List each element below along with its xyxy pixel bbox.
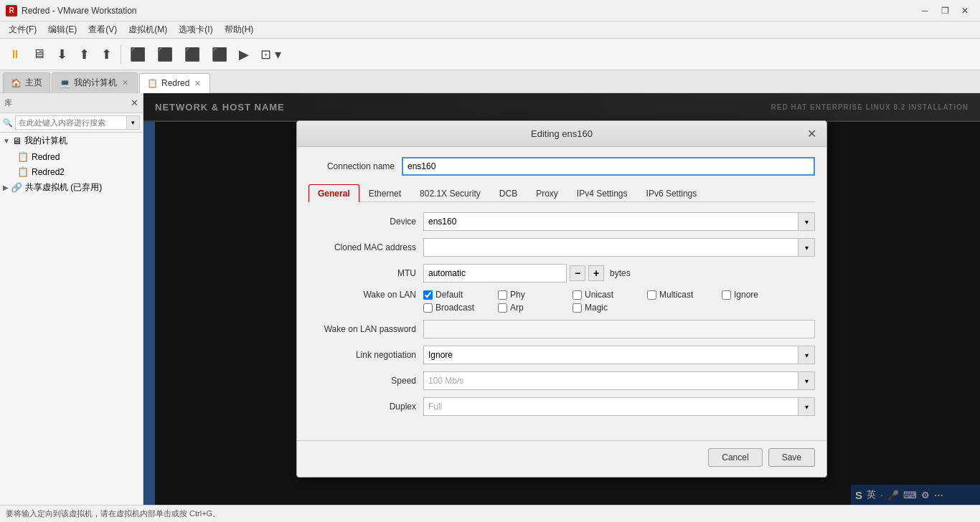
mtu-input[interactable] <box>423 264 567 283</box>
folder-icon: 🖥 <box>12 136 22 146</box>
mtu-controls: − + bytes <box>423 264 631 283</box>
toolbar-btn10[interactable]: ▶ <box>234 42 254 67</box>
link-negotiation-dropdown: Ignore ▾ <box>423 346 815 364</box>
dialog-tab-general[interactable]: General <box>308 184 359 202</box>
dialog-footer: Cancel Save <box>297 440 826 477</box>
menu-file[interactable]: 文件(F) <box>3 22 42 37</box>
dialog-title: Editing ens160 <box>320 128 804 139</box>
toolbar: ⏸ 🖥 ⬇ ⬆ ⬆ ⬛ ⬛ ⬛ ⬛ ▶ ⊡ ▾ <box>0 39 980 70</box>
cloned-mac-label: Cloned MAC address <box>308 242 423 252</box>
tree-item-mycomputer[interactable]: ▼ 🖥 我的计算机 <box>0 133 143 149</box>
sidebar-header: 库 ✕ <box>0 93 143 113</box>
minimize-button[interactable]: ─ <box>915 4 934 18</box>
sidebar-search-dropdown[interactable]: ▾ <box>127 115 140 130</box>
menu-edit[interactable]: 编辑(E) <box>42 22 83 37</box>
toolbar-btn11[interactable]: ⊡ ▾ <box>255 42 286 67</box>
wol-unicast: Unicast <box>573 290 644 300</box>
mtu-plus-btn[interactable]: + <box>588 265 604 281</box>
mtu-row: MTU − + bytes <box>308 264 815 283</box>
main-area: 库 ✕ 🔍 ▾ ▼ 🖥 我的计算机 📋 Redred 📋 Redred2 <box>0 93 980 505</box>
wol-ignore-checkbox[interactable] <box>722 290 731 300</box>
wol-default-checkbox[interactable] <box>423 290 433 300</box>
connection-name-row: Connection name <box>308 157 815 176</box>
toolbar-sep1 <box>121 44 121 65</box>
dialog-tab-proxy[interactable]: Proxy <box>527 184 567 202</box>
tab-redred-close[interactable]: ✕ <box>193 78 202 89</box>
toolbar-btn9[interactable]: ⬛ <box>207 42 232 67</box>
wol-multicast-checkbox[interactable] <box>647 290 656 300</box>
save-button[interactable]: Save <box>768 448 815 467</box>
tree-item-shared[interactable]: ▶ 🔗 共享虚拟机 (已弃用) <box>0 179 143 196</box>
sidebar-search-icon: 🔍 <box>3 118 13 128</box>
tree-item-redred[interactable]: 📋 Redred <box>0 149 143 164</box>
redred-tab-icon: 📋 <box>147 78 158 88</box>
cancel-button[interactable]: Cancel <box>708 448 762 467</box>
toolbar-btn7[interactable]: ⬛ <box>152 42 178 67</box>
tree-item-redred2[interactable]: 📋 Redred2 <box>0 164 143 179</box>
menu-help[interactable]: 帮助(H) <box>219 22 260 37</box>
wol-broadcast-checkbox[interactable] <box>423 303 433 313</box>
tab-mycomputer[interactable]: 💻 我的计算机 ✕ <box>52 72 138 92</box>
dialog-close-button[interactable]: ✕ <box>804 126 819 142</box>
mtu-label: MTU <box>308 268 423 278</box>
connection-name-label: Connection name <box>308 161 402 171</box>
vm-redred2-icon: 📋 <box>17 166 29 177</box>
connection-name-input[interactable] <box>402 157 815 176</box>
toolbar-pause-btn[interactable]: ⏸ <box>4 42 26 67</box>
menu-vm[interactable]: 虚拟机(M) <box>123 22 173 37</box>
toolbar-btn2[interactable]: 🖥 <box>27 42 50 67</box>
wol-password-input[interactable] <box>423 320 815 338</box>
device-label: Device <box>308 217 423 227</box>
link-negotiation-row: Link negotiation Ignore ▾ <box>308 346 815 364</box>
toolbar-btn6[interactable]: ⬛ <box>125 42 151 67</box>
dialog-tab-ipv6[interactable]: IPv6 Settings <box>637 184 707 202</box>
dialog-tab-ipv4[interactable]: IPv4 Settings <box>567 184 637 202</box>
dialog-body: Connection name General Ethernet 802.1X … <box>297 147 826 433</box>
wol-arp-checkbox[interactable] <box>498 303 507 313</box>
wol-broadcast: Broadcast <box>423 303 495 313</box>
sidebar-close-icon[interactable]: ✕ <box>131 98 138 108</box>
wol-multicast: Multicast <box>647 290 719 300</box>
mtu-minus-btn[interactable]: − <box>570 265 585 281</box>
wake-on-lan-row: Wake on LAN Default Phy <box>308 290 815 313</box>
expand-icon-shared: ▶ <box>3 184 9 191</box>
link-negotiation-dropdown-arrow[interactable]: ▾ <box>798 346 815 364</box>
dialog-tab-8021x[interactable]: 802.1X Security <box>410 184 490 202</box>
toolbar-btn5[interactable]: ⬆ <box>96 42 117 67</box>
mtu-unit-label: bytes <box>610 268 631 278</box>
home-icon: 🏠 <box>11 78 22 88</box>
dialog-tab-dcb[interactable]: DCB <box>490 184 527 202</box>
speed-value: 100 Mb/s <box>423 371 798 390</box>
maximize-button[interactable]: ❐ <box>936 4 954 18</box>
toolbar-btn4[interactable]: ⬆ <box>74 42 95 67</box>
duplex-dropdown-arrow[interactable]: ▾ <box>798 397 815 416</box>
menu-tabs[interactable]: 选项卡(I) <box>173 22 218 37</box>
dialog-tabs: General Ethernet 802.1X Security DCB Pro… <box>308 184 815 202</box>
cloned-mac-dropdown-arrow[interactable]: ▾ <box>798 238 815 257</box>
toolbar-btn3[interactable]: ⬇ <box>52 42 72 67</box>
tab-home[interactable]: 🏠 主页 <box>3 72 50 92</box>
device-dropdown-arrow[interactable]: ▾ <box>798 212 815 231</box>
link-negotiation-label: Link negotiation <box>308 350 423 360</box>
wol-magic-checkbox[interactable] <box>573 303 582 313</box>
statusbar: 要将输入定向到该虚拟机，请在虚拟机内部单击或按 Ctrl+G。 S 英 · 🎤 … <box>0 505 980 522</box>
menu-view[interactable]: 查看(V) <box>83 22 123 37</box>
wol-phy-checkbox[interactable] <box>498 290 507 300</box>
toolbar-btn8[interactable]: ⬛ <box>179 42 205 67</box>
app-title: Redred - VMware Workstation <box>22 6 915 16</box>
sidebar-tree: ▼ 🖥 我的计算机 📋 Redred 📋 Redred2 ▶ 🔗 共享虚拟机 (… <box>0 133 143 196</box>
tree-label-redred: Redred <box>32 152 60 162</box>
dialog-tab-ethernet[interactable]: Ethernet <box>359 184 410 202</box>
sidebar-search-input[interactable] <box>15 115 127 130</box>
speed-dropdown-arrow[interactable]: ▾ <box>798 371 815 390</box>
tab-mycomputer-close[interactable]: ✕ <box>121 77 130 88</box>
tab-redred[interactable]: 📋 Redred ✕ <box>139 73 210 93</box>
dialog-overlay: Editing ens160 ✕ Connection name General… <box>143 93 980 505</box>
wol-unicast-checkbox[interactable] <box>573 290 582 300</box>
dialog-titlebar: Editing ens160 ✕ <box>297 121 826 147</box>
cloned-mac-value <box>423 238 798 257</box>
speed-row: Speed 100 Mb/s ▾ <box>308 371 815 390</box>
close-button[interactable]: ✕ <box>956 4 974 18</box>
wol-password-label: Wake on LAN password <box>308 324 423 334</box>
sidebar-search-row: 🔍 ▾ <box>0 113 143 133</box>
